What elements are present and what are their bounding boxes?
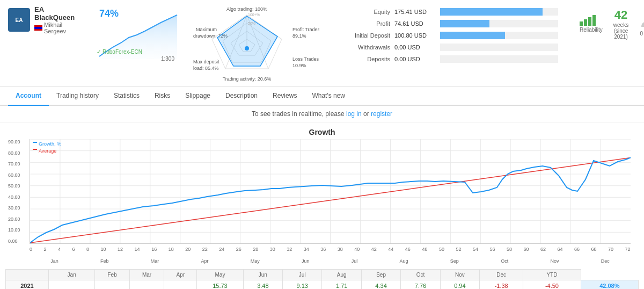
th-aug: Aug — [322, 270, 361, 280]
svg-text:50%: 50% — [248, 21, 255, 25]
table-row: 2021 15.73 3.48 9.13 1.71 4.34 7.76 0.94… — [6, 280, 639, 290]
broker-info: ✓ RoboForex-ECN — [97, 49, 142, 55]
stat-row: Equity 175.41 USD — [335, 8, 558, 16]
month-jun: Jun — [302, 258, 310, 264]
td-2021-feb — [95, 280, 129, 290]
register-link[interactable]: register — [371, 110, 392, 118]
chart-section: Growth 90.00 80.00 70.00 60.00 50.00 40.… — [0, 122, 644, 268]
leverage: 1:300 — [161, 56, 174, 62]
stat-value: 175.41 USD — [394, 9, 440, 15]
month-mar: Mar — [151, 258, 159, 264]
y-label-10: 10.00 — [8, 227, 20, 233]
monthly-table-section: Jan Feb Mar Apr May Jun Jul Aug Sep Oct … — [0, 269, 644, 289]
month-dec: Dec — [601, 258, 610, 264]
month-nov: Nov — [550, 258, 559, 264]
th-sep: Sep — [361, 270, 400, 280]
stat-row: Initial Deposit 100.80 USD — [335, 32, 558, 39]
th-ytd: YTD — [523, 270, 581, 280]
svg-rect-46 — [33, 142, 37, 143]
usd-label: 0 USD — [639, 31, 644, 37]
y-label-40: 40.00 — [8, 194, 20, 200]
td-2021-jun: 3.48 — [243, 280, 282, 290]
weeks-label: weeks (since 2021) — [613, 22, 628, 40]
stat-bar-container — [440, 55, 558, 63]
user-sub: Mikhail Sergeev — [34, 21, 83, 34]
td-2021-nov: 0.94 — [440, 280, 479, 290]
svg-point-12 — [245, 46, 249, 50]
svg-rect-48 — [33, 149, 37, 150]
login-link[interactable]: log in — [346, 110, 362, 118]
y-label-60: 60.00 — [8, 172, 20, 178]
avatar: EA — [8, 8, 30, 32]
chart-title: Growth — [8, 128, 636, 136]
td-2021-dec: -4.50 — [523, 280, 581, 290]
rel-bar-2 — [584, 19, 587, 26]
th-oct: Oct — [401, 270, 440, 280]
usd-metric: 0 0 USD — [639, 12, 644, 37]
y-label-30: 30.00 — [8, 205, 20, 211]
tab-slippage[interactable]: Slippage — [178, 86, 218, 106]
tab-trading-history[interactable]: Trading history — [49, 86, 106, 106]
monthly-table: Jan Feb Mar Apr May Jun Jul Aug Sep Oct … — [5, 269, 639, 289]
td-2021-may: 15.73 — [197, 280, 243, 290]
stat-bar — [440, 32, 505, 39]
growth-percent: 74% — [99, 8, 119, 19]
trading-activity-label: Trading activity: 20.6% — [223, 76, 272, 82]
y-label-70: 70.00 — [8, 161, 20, 167]
tab-description[interactable]: Description — [218, 86, 265, 106]
stat-label: Initial Deposit — [335, 32, 394, 39]
stat-row: Deposits 0.00 USD — [335, 55, 558, 63]
tab-risks[interactable]: Risks — [147, 86, 178, 106]
max-dd-label: Maximum — [196, 27, 217, 32]
person-icon: 0 — [639, 12, 644, 29]
stat-bar — [440, 8, 543, 16]
radar-section: Algo trading: 100% Profit Trades: 89.1% … — [191, 5, 319, 81]
reliability-bars — [580, 15, 603, 26]
month-sep: Sep — [450, 258, 459, 264]
growth-chart-svg: Growth, % Average Trades — [30, 139, 631, 244]
y-axis: 90.00 80.00 70.00 60.00 50.00 40.00 30.0… — [8, 139, 20, 244]
svg-text:Growth, %: Growth, % — [39, 141, 61, 147]
th-jan: Jan — [48, 270, 94, 280]
stat-row: Withdrawals 0.00 USD — [335, 44, 558, 51]
mini-chart: 74% ✓ RoboForex-ECN 1:300 — [94, 5, 180, 64]
svg-text:Average: Average — [39, 148, 56, 154]
tab-statistics[interactable]: Statistics — [106, 86, 147, 106]
td-2021-nov2: -1.38 — [480, 280, 523, 290]
stat-label: Withdrawals — [335, 44, 394, 50]
th-feb: Feb — [95, 270, 129, 280]
th-nov: Nov — [440, 270, 479, 280]
bot-name: EA BlackQueen — [34, 5, 83, 21]
broker-name: RoboForex-ECN — [103, 49, 142, 55]
tab-what's-new[interactable]: What's new — [304, 86, 353, 106]
tab-account[interactable]: Account — [8, 86, 49, 106]
td-2021-ytd: 42.08% — [581, 280, 638, 290]
rel-bar-3 — [588, 17, 591, 26]
reliability-label: Reliability — [580, 27, 603, 33]
td-2021-jul: 9.13 — [283, 280, 322, 290]
stat-bar — [440, 20, 489, 27]
weeks-metric: 42 weeks (since 2021) — [613, 8, 628, 40]
max-deposit-label: Max deposit — [193, 59, 219, 64]
loss-value: 10.9% — [292, 63, 306, 68]
user-name: Mikhail Sergeev — [44, 21, 83, 34]
stat-value: 100.80 USD — [394, 32, 440, 39]
year-2021: 2021 — [6, 280, 49, 290]
svg-text:100+%: 100+% — [248, 13, 260, 17]
stat-label: Equity — [335, 9, 394, 15]
x-axis-months: Jan Feb Mar Apr May Jun Jul Aug Sep Oct … — [30, 257, 631, 265]
chart-container: 90.00 80.00 70.00 60.00 50.00 40.00 30.0… — [30, 139, 631, 257]
profit-label: Profit Trades: — [292, 27, 319, 32]
month-apr: Apr — [201, 258, 208, 264]
tab-reviews[interactable]: Reviews — [265, 86, 304, 106]
th-may: May — [197, 270, 243, 280]
radar-svg: Algo trading: 100% Profit Trades: 89.1% … — [191, 4, 319, 82]
y-label-0: 0.00 — [8, 239, 20, 244]
month-may: May — [251, 258, 260, 264]
th-jul: Jul — [283, 270, 322, 280]
avatar-section: EA EA BlackQueen Mikhail Sergeev — [8, 5, 83, 34]
td-2021-aug: 1.71 — [322, 280, 361, 290]
stat-value: 0.00 USD — [394, 56, 440, 62]
rel-bar-4 — [592, 15, 596, 26]
tabs: AccountTrading historyStatisticsRisksSli… — [0, 86, 644, 106]
